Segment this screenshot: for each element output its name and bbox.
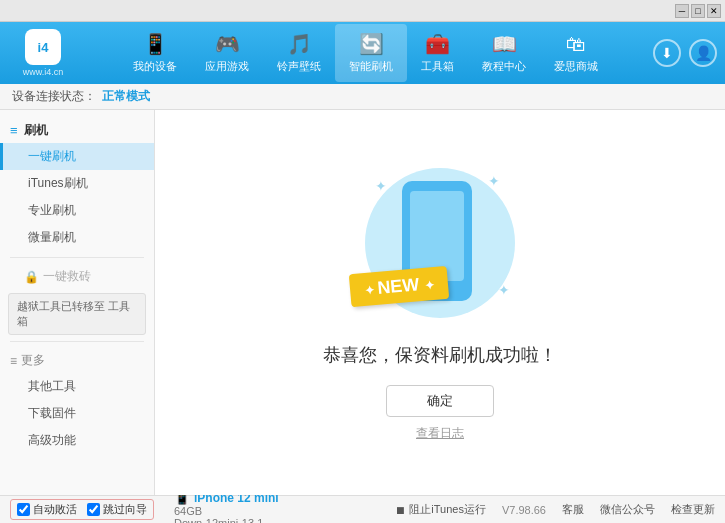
lock-icon: 🔒: [24, 270, 39, 284]
tutorial-icon: 📖: [492, 32, 517, 56]
sidebar-item-itunes-flash[interactable]: iTunes刷机: [0, 170, 154, 197]
apps-icon: 🎮: [215, 32, 240, 56]
window-controls[interactable]: ─ □ ✕: [675, 4, 721, 18]
device-icon: 📱: [143, 32, 168, 56]
check-update-link[interactable]: 检查更新: [671, 502, 715, 517]
status-label: 设备连接状态：: [12, 88, 96, 105]
close-button[interactable]: ✕: [707, 4, 721, 18]
stop-itunes-button[interactable]: ⏹ 阻止iTunes运行: [395, 502, 486, 517]
sidebar-rescue-notice: 越狱工具已转移至 工具箱: [8, 293, 146, 335]
nav-item-ringtones[interactable]: 🎵 铃声壁纸: [263, 24, 335, 82]
status-value: 正常模式: [102, 88, 150, 105]
ringtone-icon: 🎵: [287, 32, 312, 56]
sidebar-item-micro-flash[interactable]: 微量刷机: [0, 224, 154, 251]
download-button[interactable]: ⬇: [653, 39, 681, 67]
version-text: V7.98.66: [502, 504, 546, 516]
flash-icon: 🔄: [359, 32, 384, 56]
user-icon: 👤: [695, 45, 712, 61]
maximize-button[interactable]: □: [691, 4, 705, 18]
nav-right: ⬇ 👤: [653, 39, 717, 67]
content-area: ✦ ✦ ✦ NEW 恭喜您，保资料刷机成功啦！ 确定 查看日志: [155, 110, 725, 495]
skip-wizard-input[interactable]: [87, 503, 100, 516]
success-message: 恭喜您，保资料刷机成功啦！: [323, 343, 557, 367]
nav-items: 📱 我的设备 🎮 应用游戏 🎵 铃声壁纸 🔄 智能刷机 🧰 工具箱 📖 教程中心…: [78, 24, 653, 82]
sidebar-flash-section: ≡ 刷机: [0, 118, 154, 143]
nav-item-toolbox[interactable]: 🧰 工具箱: [407, 24, 468, 82]
logo-sub: www.i4.cn: [23, 67, 64, 77]
nav-item-tutorial[interactable]: 📖 教程中心: [468, 24, 540, 82]
sparkle-icon-2: ✦: [488, 173, 500, 189]
nav-item-label: 教程中心: [482, 59, 526, 74]
success-illustration: ✦ ✦ ✦ NEW: [360, 163, 520, 333]
logo-text: i4: [38, 40, 49, 55]
download-icon: ⬇: [661, 45, 673, 61]
sidebar-divider-1: [10, 257, 144, 258]
nav-item-label: 智能刷机: [349, 59, 393, 74]
sidebar-divider-2: [10, 341, 144, 342]
nav-item-label: 应用游戏: [205, 59, 249, 74]
confirm-button[interactable]: 确定: [386, 385, 494, 417]
nav-bar: i4 www.i4.cn 📱 我的设备 🎮 应用游戏 🎵 铃声壁纸 🔄 智能刷机…: [0, 22, 725, 84]
sparkle-icon-1: ✦: [375, 178, 387, 194]
phone-container: ✦ ✦ ✦ NEW: [360, 163, 520, 323]
sidebar-item-rescue-disabled: 🔒 一键救砖: [0, 264, 154, 289]
more-section-icon: ≡: [10, 354, 17, 368]
sidebar-item-advanced[interactable]: 高级功能: [0, 427, 154, 454]
nav-item-store[interactable]: 🛍 爱思商城: [540, 25, 612, 82]
skip-wizard-checkbox[interactable]: 跳过向导: [87, 502, 147, 517]
auto-activate-checkbox[interactable]: 自动敗活: [17, 502, 77, 517]
view-log-link[interactable]: 查看日志: [416, 425, 464, 442]
device-fw: Down-12mini-13.1: [174, 517, 279, 523]
nav-item-apps-games[interactable]: 🎮 应用游戏: [191, 24, 263, 82]
checkbox-group: 自动敗活 跳过向导: [10, 499, 154, 520]
sidebar-flash-label: 刷机: [24, 122, 48, 139]
sidebar-item-other-tools[interactable]: 其他工具: [0, 373, 154, 400]
bottom-bar: 自动敗活 跳过向导 📱 iPhone 12 mini 64GB Down-12m…: [0, 495, 725, 523]
nav-item-label: 我的设备: [133, 59, 177, 74]
title-bar: ─ □ ✕: [0, 0, 725, 22]
sidebar-more-section: ≡ 更多: [0, 348, 154, 373]
nav-item-label: 工具箱: [421, 59, 454, 74]
support-link[interactable]: 客服: [562, 502, 584, 517]
wechat-link[interactable]: 微信公众号: [600, 502, 655, 517]
minimize-button[interactable]: ─: [675, 4, 689, 18]
sidebar-item-one-key-flash[interactable]: 一键刷机: [0, 143, 154, 170]
nav-item-label: 铃声壁纸: [277, 59, 321, 74]
store-icon: 🛍: [566, 33, 586, 56]
auto-activate-input[interactable]: [17, 503, 30, 516]
sidebar-item-pro-flash[interactable]: 专业刷机: [0, 197, 154, 224]
stop-icon: ⏹: [395, 504, 406, 516]
toolbox-icon: 🧰: [425, 32, 450, 56]
device-storage: 64GB: [174, 505, 279, 517]
nav-item-smart-flash[interactable]: 🔄 智能刷机: [335, 24, 407, 82]
sidebar: ≡ 刷机 一键刷机 iTunes刷机 专业刷机 微量刷机 🔒 一键救砖 越狱工具…: [0, 110, 155, 495]
bottom-right: ⏹ 阻止iTunes运行 V7.98.66 客服 微信公众号 检查更新: [395, 502, 715, 517]
sparkle-icon-3: ✦: [498, 282, 510, 298]
status-bar: 设备连接状态： 正常模式: [0, 84, 725, 110]
nav-item-my-device[interactable]: 📱 我的设备: [119, 24, 191, 82]
nav-item-label: 爱思商城: [554, 59, 598, 74]
flash-section-icon: ≡: [10, 123, 18, 138]
app-logo: i4 www.i4.cn: [8, 29, 78, 77]
logo-icon: i4: [25, 29, 61, 65]
sidebar-item-download-firmware[interactable]: 下载固件: [0, 400, 154, 427]
main-layout: ≡ 刷机 一键刷机 iTunes刷机 专业刷机 微量刷机 🔒 一键救砖 越狱工具…: [0, 110, 725, 495]
user-button[interactable]: 👤: [689, 39, 717, 67]
